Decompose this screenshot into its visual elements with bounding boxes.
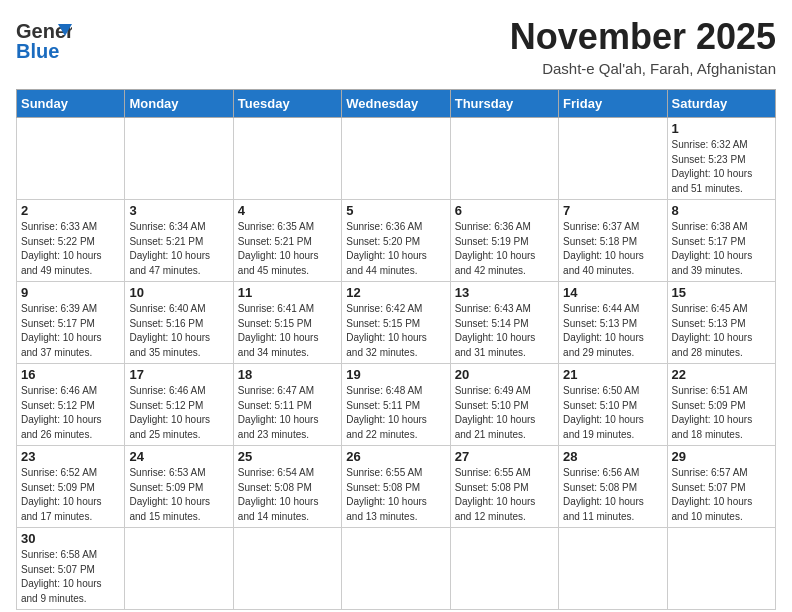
calendar-cell: 30Sunrise: 6:58 AM Sunset: 5:07 PM Dayli… (17, 528, 125, 610)
calendar-cell (559, 118, 667, 200)
calendar-cell: 12Sunrise: 6:42 AM Sunset: 5:15 PM Dayli… (342, 282, 450, 364)
calendar-week-row: 9Sunrise: 6:39 AM Sunset: 5:17 PM Daylig… (17, 282, 776, 364)
day-info: Sunrise: 6:55 AM Sunset: 5:08 PM Dayligh… (455, 466, 554, 524)
day-number: 28 (563, 449, 662, 464)
day-number: 20 (455, 367, 554, 382)
weekday-header-saturday: Saturday (667, 90, 775, 118)
day-number: 10 (129, 285, 228, 300)
day-number: 12 (346, 285, 445, 300)
calendar-week-row: 23Sunrise: 6:52 AM Sunset: 5:09 PM Dayli… (17, 446, 776, 528)
weekday-header-sunday: Sunday (17, 90, 125, 118)
day-number: 29 (672, 449, 771, 464)
calendar-cell: 4Sunrise: 6:35 AM Sunset: 5:21 PM Daylig… (233, 200, 341, 282)
day-info: Sunrise: 6:55 AM Sunset: 5:08 PM Dayligh… (346, 466, 445, 524)
day-number: 25 (238, 449, 337, 464)
day-info: Sunrise: 6:42 AM Sunset: 5:15 PM Dayligh… (346, 302, 445, 360)
day-info: Sunrise: 6:33 AM Sunset: 5:22 PM Dayligh… (21, 220, 120, 278)
calendar-cell: 20Sunrise: 6:49 AM Sunset: 5:10 PM Dayli… (450, 364, 558, 446)
day-info: Sunrise: 6:38 AM Sunset: 5:17 PM Dayligh… (672, 220, 771, 278)
weekday-header-wednesday: Wednesday (342, 90, 450, 118)
day-info: Sunrise: 6:45 AM Sunset: 5:13 PM Dayligh… (672, 302, 771, 360)
day-number: 16 (21, 367, 120, 382)
day-info: Sunrise: 6:35 AM Sunset: 5:21 PM Dayligh… (238, 220, 337, 278)
day-info: Sunrise: 6:36 AM Sunset: 5:19 PM Dayligh… (455, 220, 554, 278)
day-info: Sunrise: 6:52 AM Sunset: 5:09 PM Dayligh… (21, 466, 120, 524)
calendar-cell: 19Sunrise: 6:48 AM Sunset: 5:11 PM Dayli… (342, 364, 450, 446)
calendar-cell: 26Sunrise: 6:55 AM Sunset: 5:08 PM Dayli… (342, 446, 450, 528)
calendar-cell: 9Sunrise: 6:39 AM Sunset: 5:17 PM Daylig… (17, 282, 125, 364)
day-number: 6 (455, 203, 554, 218)
weekday-header-tuesday: Tuesday (233, 90, 341, 118)
calendar-week-row: 1Sunrise: 6:32 AM Sunset: 5:23 PM Daylig… (17, 118, 776, 200)
day-number: 23 (21, 449, 120, 464)
weekday-header-friday: Friday (559, 90, 667, 118)
day-number: 15 (672, 285, 771, 300)
day-number: 19 (346, 367, 445, 382)
calendar-cell (233, 118, 341, 200)
calendar-cell: 8Sunrise: 6:38 AM Sunset: 5:17 PM Daylig… (667, 200, 775, 282)
day-number: 24 (129, 449, 228, 464)
page-header: General Blue November 2025 Dasht-e Qal'a… (16, 16, 776, 77)
calendar-week-row: 2Sunrise: 6:33 AM Sunset: 5:22 PM Daylig… (17, 200, 776, 282)
day-info: Sunrise: 6:49 AM Sunset: 5:10 PM Dayligh… (455, 384, 554, 442)
calendar-cell: 13Sunrise: 6:43 AM Sunset: 5:14 PM Dayli… (450, 282, 558, 364)
title-area: November 2025 Dasht-e Qal'ah, Farah, Afg… (510, 16, 776, 77)
calendar-cell: 24Sunrise: 6:53 AM Sunset: 5:09 PM Dayli… (125, 446, 233, 528)
day-info: Sunrise: 6:39 AM Sunset: 5:17 PM Dayligh… (21, 302, 120, 360)
calendar-cell: 11Sunrise: 6:41 AM Sunset: 5:15 PM Dayli… (233, 282, 341, 364)
day-number: 3 (129, 203, 228, 218)
day-info: Sunrise: 6:36 AM Sunset: 5:20 PM Dayligh… (346, 220, 445, 278)
logo: General Blue (16, 16, 72, 68)
day-number: 27 (455, 449, 554, 464)
calendar-cell: 14Sunrise: 6:44 AM Sunset: 5:13 PM Dayli… (559, 282, 667, 364)
day-number: 30 (21, 531, 120, 546)
day-number: 4 (238, 203, 337, 218)
calendar-title: November 2025 (510, 16, 776, 58)
day-info: Sunrise: 6:50 AM Sunset: 5:10 PM Dayligh… (563, 384, 662, 442)
weekday-header-monday: Monday (125, 90, 233, 118)
day-number: 9 (21, 285, 120, 300)
calendar-cell: 6Sunrise: 6:36 AM Sunset: 5:19 PM Daylig… (450, 200, 558, 282)
day-number: 2 (21, 203, 120, 218)
calendar-cell: 21Sunrise: 6:50 AM Sunset: 5:10 PM Dayli… (559, 364, 667, 446)
calendar-cell: 28Sunrise: 6:56 AM Sunset: 5:08 PM Dayli… (559, 446, 667, 528)
day-info: Sunrise: 6:37 AM Sunset: 5:18 PM Dayligh… (563, 220, 662, 278)
calendar-cell: 23Sunrise: 6:52 AM Sunset: 5:09 PM Dayli… (17, 446, 125, 528)
calendar-cell (342, 118, 450, 200)
calendar-cell: 29Sunrise: 6:57 AM Sunset: 5:07 PM Dayli… (667, 446, 775, 528)
calendar-cell: 15Sunrise: 6:45 AM Sunset: 5:13 PM Dayli… (667, 282, 775, 364)
calendar-cell: 18Sunrise: 6:47 AM Sunset: 5:11 PM Dayli… (233, 364, 341, 446)
day-info: Sunrise: 6:58 AM Sunset: 5:07 PM Dayligh… (21, 548, 120, 606)
day-number: 13 (455, 285, 554, 300)
calendar-cell (667, 528, 775, 610)
calendar-cell: 10Sunrise: 6:40 AM Sunset: 5:16 PM Dayli… (125, 282, 233, 364)
day-info: Sunrise: 6:57 AM Sunset: 5:07 PM Dayligh… (672, 466, 771, 524)
day-info: Sunrise: 6:43 AM Sunset: 5:14 PM Dayligh… (455, 302, 554, 360)
day-number: 26 (346, 449, 445, 464)
calendar-cell (342, 528, 450, 610)
calendar-cell (125, 528, 233, 610)
day-info: Sunrise: 6:41 AM Sunset: 5:15 PM Dayligh… (238, 302, 337, 360)
day-number: 18 (238, 367, 337, 382)
day-number: 1 (672, 121, 771, 136)
calendar-cell: 2Sunrise: 6:33 AM Sunset: 5:22 PM Daylig… (17, 200, 125, 282)
day-info: Sunrise: 6:46 AM Sunset: 5:12 PM Dayligh… (129, 384, 228, 442)
day-info: Sunrise: 6:40 AM Sunset: 5:16 PM Dayligh… (129, 302, 228, 360)
day-info: Sunrise: 6:47 AM Sunset: 5:11 PM Dayligh… (238, 384, 337, 442)
day-info: Sunrise: 6:34 AM Sunset: 5:21 PM Dayligh… (129, 220, 228, 278)
calendar-cell (125, 118, 233, 200)
day-number: 17 (129, 367, 228, 382)
day-number: 8 (672, 203, 771, 218)
calendar-cell: 7Sunrise: 6:37 AM Sunset: 5:18 PM Daylig… (559, 200, 667, 282)
calendar-cell (559, 528, 667, 610)
svg-text:Blue: Blue (16, 40, 59, 62)
calendar-cell: 25Sunrise: 6:54 AM Sunset: 5:08 PM Dayli… (233, 446, 341, 528)
day-number: 21 (563, 367, 662, 382)
calendar-cell: 1Sunrise: 6:32 AM Sunset: 5:23 PM Daylig… (667, 118, 775, 200)
day-info: Sunrise: 6:48 AM Sunset: 5:11 PM Dayligh… (346, 384, 445, 442)
calendar-cell (450, 528, 558, 610)
weekday-header-thursday: Thursday (450, 90, 558, 118)
logo-icon: General Blue (16, 16, 72, 68)
calendar-cell: 3Sunrise: 6:34 AM Sunset: 5:21 PM Daylig… (125, 200, 233, 282)
calendar-cell (233, 528, 341, 610)
